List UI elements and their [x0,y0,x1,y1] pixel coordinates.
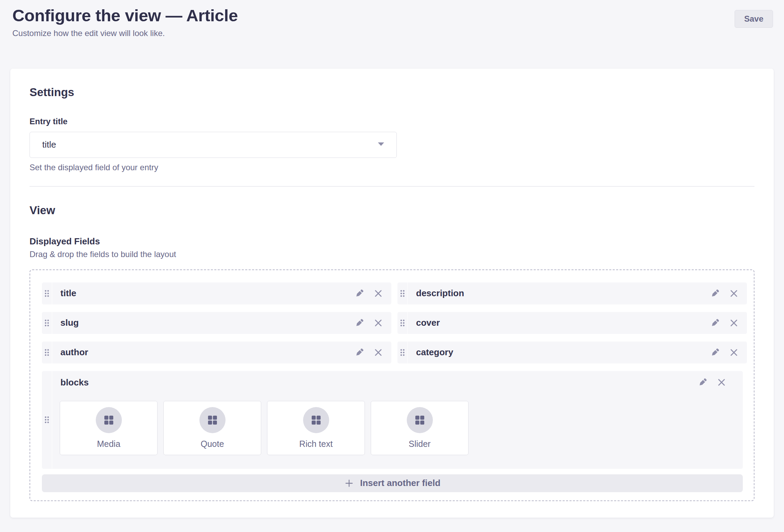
drag-handle-icon[interactable] [42,312,52,334]
grid-icon [407,407,433,433]
entry-title-selected-value: title [42,139,56,150]
component-card-slider[interactable]: Slider [371,401,469,455]
component-label: Slider [409,439,431,449]
field-name: slug [60,317,354,328]
remove-x-icon[interactable] [729,289,739,298]
plus-icon [344,478,354,488]
field-row-author[interactable]: author [42,342,391,363]
field-row-cover[interactable]: cover [397,312,747,334]
field-name: blocks [60,377,697,388]
displayed-fields-hint: Drag & drop the fields to build the layo… [30,250,754,259]
page-title: Configure the view — Article [12,5,238,26]
configure-view-card: Settings Entry title title Set the displ… [10,69,774,518]
component-label: Quote [200,439,224,449]
page-header-text: Configure the view — Article Customize h… [12,5,238,38]
remove-x-icon[interactable] [373,348,383,357]
component-label: Media [97,439,120,449]
caret-down-icon [377,142,385,148]
settings-heading: Settings [30,86,754,99]
drag-handle-icon[interactable] [42,371,52,469]
edit-pencil-icon[interactable] [354,318,365,328]
component-card-rich-text[interactable]: Rich text [267,401,365,455]
remove-x-icon[interactable] [729,348,739,357]
entry-title-select[interactable]: title [30,132,397,158]
drag-handle-icon[interactable] [42,282,52,304]
component-label: Rich text [299,439,333,449]
entry-title-hint: Set the displayed field of your entry [30,163,754,172]
drag-handle-icon[interactable] [397,282,408,304]
field-name: cover [416,317,710,328]
fields-grid: title description [42,282,747,469]
fields-dropzone: title description [30,269,754,501]
component-cards: Media Quote Rich text [60,401,743,455]
remove-x-icon[interactable] [729,318,739,328]
insert-another-field-button[interactable]: Insert another field [42,474,743,492]
remove-x-icon[interactable] [717,378,726,387]
field-row-description[interactable]: description [397,282,747,304]
field-row-title[interactable]: title [42,282,391,304]
edit-pencil-icon[interactable] [697,377,708,388]
component-card-media[interactable]: Media [60,401,158,455]
drag-handle-icon[interactable] [397,312,408,334]
edit-pencil-icon[interactable] [354,347,365,358]
edit-pencil-icon[interactable] [354,288,365,299]
save-button[interactable]: Save [735,10,773,28]
view-heading: View [30,204,754,217]
field-row-slug[interactable]: slug [42,312,391,334]
dynamic-zone-content: blocks [52,371,743,469]
displayed-fields-label: Displayed Fields [30,236,754,247]
insert-another-field-label: Insert another field [360,478,440,488]
page-subtitle: Customize how the edit view will look li… [12,28,238,38]
drag-handle-icon[interactable] [42,342,52,363]
grid-icon [199,407,226,433]
grid-icon [303,407,329,433]
field-row-category[interactable]: category [397,342,747,363]
remove-x-icon[interactable] [373,318,383,328]
field-name: author [60,347,354,358]
section-divider [30,186,754,187]
component-card-quote[interactable]: Quote [163,401,261,455]
drag-handle-icon[interactable] [397,342,408,363]
field-row-blocks[interactable]: blocks [42,371,743,469]
edit-pencil-icon[interactable] [710,347,720,358]
dynamic-zone-header: blocks [52,377,743,388]
page-header: Configure the view — Article Customize h… [0,0,784,38]
grid-icon [96,407,122,433]
field-name: category [416,347,710,358]
entry-title-label: Entry title [30,117,754,126]
edit-pencil-icon[interactable] [710,318,720,328]
remove-x-icon[interactable] [373,289,383,298]
field-name: title [60,288,354,299]
edit-pencil-icon[interactable] [710,288,720,299]
field-name: description [416,288,710,299]
